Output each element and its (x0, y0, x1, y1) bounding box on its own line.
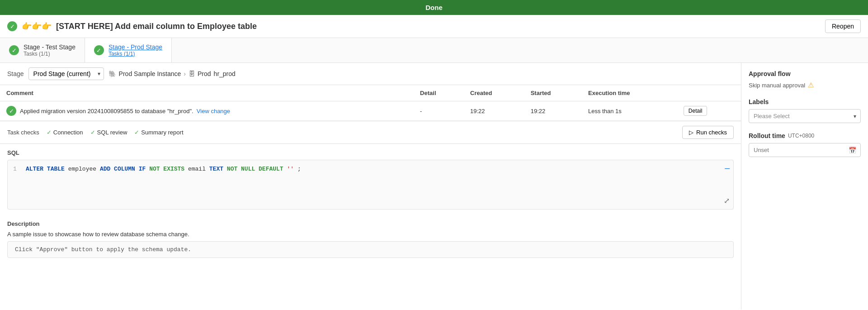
row-comment-text: Applied migration version 20241008095855… (20, 108, 230, 114)
connection-tick-icon: ✓ (47, 129, 52, 136)
top-status-bar: Done (0, 0, 868, 15)
labels-title: Labels (749, 98, 861, 105)
title-main: [START HERE] Add email column to Employe… (56, 22, 257, 31)
description-code-block: Click "Approve" button to apply the sche… (7, 241, 734, 258)
status-text: Done (425, 4, 443, 11)
sql-label: SQL (7, 149, 734, 156)
sql-review-tick-icon: ✓ (90, 129, 95, 136)
run-checks-button[interactable]: ▷ Run checks (682, 126, 734, 139)
rollout-time-title: Rollout time (749, 132, 785, 139)
col-detail: Detail (414, 85, 464, 101)
stages-bar: ✓ Stage - Test Stage Tasks (1/1) ✓ Stage… (0, 38, 868, 63)
path-arrow: › (184, 70, 186, 77)
line-number-1: 1 (13, 166, 20, 172)
kw-default: DEFAULT (259, 166, 283, 172)
sql-code-1: ALTER TABLE employee ADD COLUMN IF NOT E… (26, 166, 728, 172)
rollout-input-wrapper[interactable]: 📅 (749, 143, 861, 157)
stage-dropdown-wrapper[interactable]: Prod Stage (current) (28, 67, 104, 80)
stage-name-prod: Stage - Prod Stage (108, 43, 162, 51)
task-checks-label: Task checks (7, 129, 39, 136)
description-section: Description A sample issue to showcase h… (0, 215, 741, 263)
db-label: Prod (198, 70, 211, 77)
stage-tasks-test: Tasks (1/1) (24, 51, 75, 57)
expand-icon[interactable]: ⤢ (724, 196, 730, 205)
stage-tasks-prod-link[interactable]: Tasks (1/1) (108, 51, 135, 57)
instance-path: 🐘 Prod Sample Instance › 🗄 Prod hr_prod (108, 70, 236, 77)
sql-default-val: '' (287, 166, 294, 172)
skip-label: Skip manual approval (749, 82, 805, 89)
rollout-timezone: UTC+0800 (788, 133, 814, 139)
description-text: A sample issue to showcase how to review… (7, 231, 734, 238)
row-detail: - (414, 101, 464, 121)
sql-email: email (188, 166, 206, 172)
approval-flow-title: Approval flow (749, 70, 861, 77)
row-started: 19:22 (524, 101, 582, 121)
rollout-time-header: Rollout time UTC+0800 (749, 132, 861, 139)
stage-selector-label: Stage (7, 70, 24, 77)
kw-not-exists: NOT EXISTS (149, 166, 184, 172)
kw-table: TABLE (47, 166, 65, 172)
labels-select[interactable]: Please Select (749, 109, 861, 123)
title-emoji: 👉👉👉 (22, 22, 52, 31)
main-header: ✓ 👉👉👉 [START HERE] Add email column to E… (0, 15, 868, 38)
main-content: Stage Prod Stage (current) 🐘 Prod Sample… (0, 63, 741, 310)
stage-selector-bar: Stage Prod Stage (current) 🐘 Prod Sample… (0, 63, 741, 85)
connection-label: Connection (53, 129, 83, 136)
stage-name-test: Stage - Test Stage (24, 43, 75, 51)
col-action (677, 85, 741, 101)
row-exec-time: Less than 1s (582, 101, 677, 121)
page-title: 👉👉👉 [START HERE] Add email column to Emp… (22, 21, 257, 31)
sql-spacer (13, 172, 728, 191)
row-created: 19:22 (464, 101, 524, 121)
skip-approval: Skip manual approval ⚠ (749, 81, 861, 89)
kw-not-null: NOT NULL (227, 166, 255, 172)
row-check-icon: ✓ (6, 106, 16, 116)
kw-alter: ALTER (26, 166, 43, 172)
rollout-input[interactable] (749, 143, 861, 157)
stage-info-test: Stage - Test Stage Tasks (1/1) (24, 43, 75, 57)
run-checks-label: Run checks (696, 129, 727, 136)
rollout-time-section: Rollout time UTC+0800 📅 (749, 132, 861, 157)
row-comment: ✓ Applied migration version 202410080958… (0, 101, 414, 121)
check-item-connection: ✓ Connection (47, 129, 83, 136)
stage-check-icon-test: ✓ (9, 45, 19, 55)
stage-item-test: ✓ Stage - Test Stage Tasks (1/1) (0, 38, 85, 62)
col-created: Created (464, 85, 524, 101)
db-name: hr_prod (214, 70, 236, 77)
labels-dropdown-wrapper[interactable]: Please Select (749, 109, 861, 123)
col-exec-time: Execution time (582, 85, 677, 101)
reopen-button[interactable]: Reopen (825, 19, 861, 33)
collapse-icon[interactable]: — (725, 164, 730, 173)
header-check-icon: ✓ (7, 21, 17, 31)
stage-info-prod: Stage - Prod Stage Tasks (1/1) (108, 43, 162, 57)
table-header-row: Comment Detail Created Started Execution… (0, 85, 741, 101)
stage-dropdown[interactable]: Prod Stage (current) (28, 67, 104, 80)
stage-name-prod-link[interactable]: Stage - Prod Stage (108, 43, 162, 51)
row-detail-btn-cell: Detail (677, 101, 741, 121)
task-checks-bar: Task checks ✓ Connection ✓ SQL review ✓ … (0, 121, 741, 144)
sql-semi: ; (297, 166, 301, 172)
view-change-link[interactable]: View change (197, 108, 230, 114)
detail-button[interactable]: Detail (684, 106, 708, 116)
labels-section: Labels Please Select (749, 98, 861, 123)
kw-text-type: TEXT (209, 166, 223, 172)
content-area: Stage Prod Stage (current) 🐘 Prod Sample… (0, 63, 868, 310)
summary-report-tick-icon: ✓ (134, 129, 139, 136)
kw-if: IF (139, 166, 146, 172)
data-table: Comment Detail Created Started Execution… (0, 85, 741, 121)
run-icon: ▷ (689, 129, 693, 136)
db-icon: 🗄 (189, 70, 195, 77)
check-item-summary-report: ✓ Summary report (134, 129, 183, 136)
table-row: ✓ Applied migration version 202410080958… (0, 101, 741, 121)
sql-editor[interactable]: — 1 ALTER TABLE employee ADD COLUMN IF (7, 160, 734, 210)
col-started: Started (524, 85, 582, 101)
sql-employee: employee (68, 166, 96, 172)
warning-icon: ⚠ (808, 81, 814, 89)
sql-review-label: SQL review (97, 129, 127, 136)
stage-tasks-prod: Tasks (1/1) (108, 51, 162, 57)
col-comment: Comment (0, 85, 414, 101)
sql-line-1: 1 ALTER TABLE employee ADD COLUMN IF NOT… (13, 166, 728, 172)
stage-check-icon-prod: ✓ (94, 45, 104, 55)
kw-add: ADD COLUMN (100, 166, 135, 172)
summary-report-label: Summary report (141, 129, 183, 136)
